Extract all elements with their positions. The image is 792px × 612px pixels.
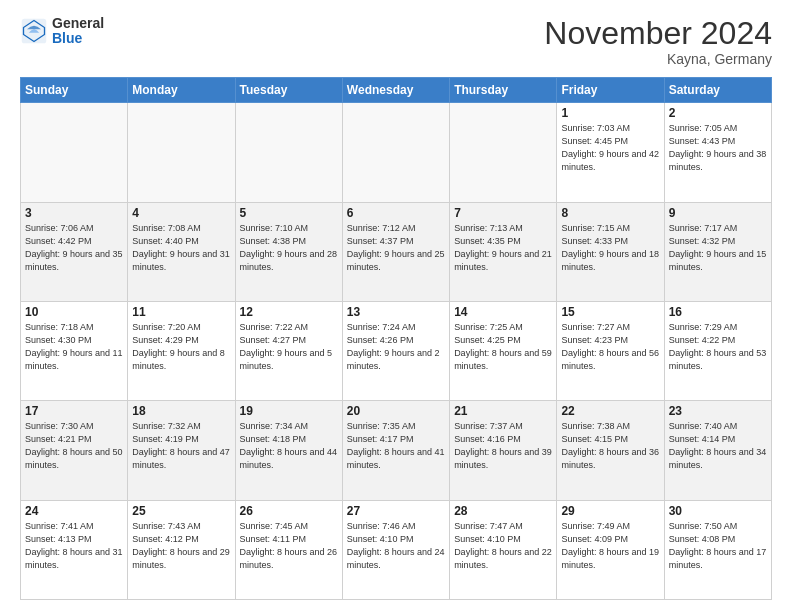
day-num-0-6: 2 <box>669 106 767 120</box>
day-info-3-2: Sunrise: 7:34 AM Sunset: 4:18 PM Dayligh… <box>240 420 338 472</box>
calendar-table: Sunday Monday Tuesday Wednesday Thursday… <box>20 77 772 600</box>
cell-0-3 <box>342 103 449 202</box>
logo-icon <box>20 17 48 45</box>
day-info-2-1: Sunrise: 7:20 AM Sunset: 4:29 PM Dayligh… <box>132 321 230 373</box>
day-info-4-5: Sunrise: 7:49 AM Sunset: 4:09 PM Dayligh… <box>561 520 659 572</box>
cell-2-2: 12Sunrise: 7:22 AM Sunset: 4:27 PM Dayli… <box>235 301 342 400</box>
cell-0-6: 2Sunrise: 7:05 AM Sunset: 4:43 PM Daylig… <box>664 103 771 202</box>
day-num-3-4: 21 <box>454 404 552 418</box>
cell-3-3: 20Sunrise: 7:35 AM Sunset: 4:17 PM Dayli… <box>342 401 449 500</box>
week-row-3: 17Sunrise: 7:30 AM Sunset: 4:21 PM Dayli… <box>21 401 772 500</box>
day-info-0-5: Sunrise: 7:03 AM Sunset: 4:45 PM Dayligh… <box>561 122 659 174</box>
day-info-4-1: Sunrise: 7:43 AM Sunset: 4:12 PM Dayligh… <box>132 520 230 572</box>
header-saturday: Saturday <box>664 78 771 103</box>
cell-2-3: 13Sunrise: 7:24 AM Sunset: 4:26 PM Dayli… <box>342 301 449 400</box>
title-block: November 2024 Kayna, Germany <box>544 16 772 67</box>
cell-3-5: 22Sunrise: 7:38 AM Sunset: 4:15 PM Dayli… <box>557 401 664 500</box>
logo-general-text: General <box>52 16 104 31</box>
day-num-2-5: 15 <box>561 305 659 319</box>
header-tuesday: Tuesday <box>235 78 342 103</box>
header-wednesday: Wednesday <box>342 78 449 103</box>
cell-3-1: 18Sunrise: 7:32 AM Sunset: 4:19 PM Dayli… <box>128 401 235 500</box>
cell-1-3: 6Sunrise: 7:12 AM Sunset: 4:37 PM Daylig… <box>342 202 449 301</box>
day-num-2-1: 11 <box>132 305 230 319</box>
cell-1-5: 8Sunrise: 7:15 AM Sunset: 4:33 PM Daylig… <box>557 202 664 301</box>
day-info-3-6: Sunrise: 7:40 AM Sunset: 4:14 PM Dayligh… <box>669 420 767 472</box>
cell-4-3: 27Sunrise: 7:46 AM Sunset: 4:10 PM Dayli… <box>342 500 449 599</box>
day-num-4-1: 25 <box>132 504 230 518</box>
cell-0-0 <box>21 103 128 202</box>
month-title: November 2024 <box>544 16 772 51</box>
day-info-3-5: Sunrise: 7:38 AM Sunset: 4:15 PM Dayligh… <box>561 420 659 472</box>
day-info-1-3: Sunrise: 7:12 AM Sunset: 4:37 PM Dayligh… <box>347 222 445 274</box>
cell-4-4: 28Sunrise: 7:47 AM Sunset: 4:10 PM Dayli… <box>450 500 557 599</box>
day-info-4-4: Sunrise: 7:47 AM Sunset: 4:10 PM Dayligh… <box>454 520 552 572</box>
logo-text: General Blue <box>52 16 104 47</box>
day-num-3-0: 17 <box>25 404 123 418</box>
cell-1-6: 9Sunrise: 7:17 AM Sunset: 4:32 PM Daylig… <box>664 202 771 301</box>
cell-2-0: 10Sunrise: 7:18 AM Sunset: 4:30 PM Dayli… <box>21 301 128 400</box>
day-info-3-4: Sunrise: 7:37 AM Sunset: 4:16 PM Dayligh… <box>454 420 552 472</box>
day-num-2-0: 10 <box>25 305 123 319</box>
day-info-1-6: Sunrise: 7:17 AM Sunset: 4:32 PM Dayligh… <box>669 222 767 274</box>
cell-1-2: 5Sunrise: 7:10 AM Sunset: 4:38 PM Daylig… <box>235 202 342 301</box>
day-num-1-0: 3 <box>25 206 123 220</box>
day-info-4-6: Sunrise: 7:50 AM Sunset: 4:08 PM Dayligh… <box>669 520 767 572</box>
day-num-3-1: 18 <box>132 404 230 418</box>
day-num-1-2: 5 <box>240 206 338 220</box>
cell-2-4: 14Sunrise: 7:25 AM Sunset: 4:25 PM Dayli… <box>450 301 557 400</box>
day-info-2-0: Sunrise: 7:18 AM Sunset: 4:30 PM Dayligh… <box>25 321 123 373</box>
day-num-1-6: 9 <box>669 206 767 220</box>
cell-1-4: 7Sunrise: 7:13 AM Sunset: 4:35 PM Daylig… <box>450 202 557 301</box>
day-num-2-4: 14 <box>454 305 552 319</box>
cell-0-1 <box>128 103 235 202</box>
cell-3-2: 19Sunrise: 7:34 AM Sunset: 4:18 PM Dayli… <box>235 401 342 500</box>
day-num-4-2: 26 <box>240 504 338 518</box>
cell-0-2 <box>235 103 342 202</box>
logo-blue-text: Blue <box>52 31 104 46</box>
day-num-3-6: 23 <box>669 404 767 418</box>
week-row-1: 3Sunrise: 7:06 AM Sunset: 4:42 PM Daylig… <box>21 202 772 301</box>
day-info-0-6: Sunrise: 7:05 AM Sunset: 4:43 PM Dayligh… <box>669 122 767 174</box>
weekday-row: Sunday Monday Tuesday Wednesday Thursday… <box>21 78 772 103</box>
cell-1-0: 3Sunrise: 7:06 AM Sunset: 4:42 PM Daylig… <box>21 202 128 301</box>
day-info-2-3: Sunrise: 7:24 AM Sunset: 4:26 PM Dayligh… <box>347 321 445 373</box>
page: General Blue November 2024 Kayna, German… <box>0 0 792 612</box>
day-info-4-2: Sunrise: 7:45 AM Sunset: 4:11 PM Dayligh… <box>240 520 338 572</box>
day-num-3-5: 22 <box>561 404 659 418</box>
day-info-4-3: Sunrise: 7:46 AM Sunset: 4:10 PM Dayligh… <box>347 520 445 572</box>
day-num-4-4: 28 <box>454 504 552 518</box>
cell-0-4 <box>450 103 557 202</box>
cell-2-5: 15Sunrise: 7:27 AM Sunset: 4:23 PM Dayli… <box>557 301 664 400</box>
calendar-body: 1Sunrise: 7:03 AM Sunset: 4:45 PM Daylig… <box>21 103 772 600</box>
calendar-header: Sunday Monday Tuesday Wednesday Thursday… <box>21 78 772 103</box>
day-info-1-2: Sunrise: 7:10 AM Sunset: 4:38 PM Dayligh… <box>240 222 338 274</box>
day-info-3-1: Sunrise: 7:32 AM Sunset: 4:19 PM Dayligh… <box>132 420 230 472</box>
cell-4-0: 24Sunrise: 7:41 AM Sunset: 4:13 PM Dayli… <box>21 500 128 599</box>
header-sunday: Sunday <box>21 78 128 103</box>
day-info-2-4: Sunrise: 7:25 AM Sunset: 4:25 PM Dayligh… <box>454 321 552 373</box>
header-friday: Friday <box>557 78 664 103</box>
location: Kayna, Germany <box>544 51 772 67</box>
day-num-4-0: 24 <box>25 504 123 518</box>
day-num-0-5: 1 <box>561 106 659 120</box>
day-info-1-0: Sunrise: 7:06 AM Sunset: 4:42 PM Dayligh… <box>25 222 123 274</box>
header-thursday: Thursday <box>450 78 557 103</box>
day-num-1-3: 6 <box>347 206 445 220</box>
week-row-0: 1Sunrise: 7:03 AM Sunset: 4:45 PM Daylig… <box>21 103 772 202</box>
week-row-2: 10Sunrise: 7:18 AM Sunset: 4:30 PM Dayli… <box>21 301 772 400</box>
calendar: Sunday Monday Tuesday Wednesday Thursday… <box>20 77 772 600</box>
cell-3-4: 21Sunrise: 7:37 AM Sunset: 4:16 PM Dayli… <box>450 401 557 500</box>
day-num-2-3: 13 <box>347 305 445 319</box>
cell-4-2: 26Sunrise: 7:45 AM Sunset: 4:11 PM Dayli… <box>235 500 342 599</box>
logo: General Blue <box>20 16 104 47</box>
day-info-4-0: Sunrise: 7:41 AM Sunset: 4:13 PM Dayligh… <box>25 520 123 572</box>
day-info-1-1: Sunrise: 7:08 AM Sunset: 4:40 PM Dayligh… <box>132 222 230 274</box>
day-num-2-6: 16 <box>669 305 767 319</box>
week-row-4: 24Sunrise: 7:41 AM Sunset: 4:13 PM Dayli… <box>21 500 772 599</box>
day-num-4-6: 30 <box>669 504 767 518</box>
day-num-1-1: 4 <box>132 206 230 220</box>
cell-0-5: 1Sunrise: 7:03 AM Sunset: 4:45 PM Daylig… <box>557 103 664 202</box>
cell-4-6: 30Sunrise: 7:50 AM Sunset: 4:08 PM Dayli… <box>664 500 771 599</box>
cell-3-0: 17Sunrise: 7:30 AM Sunset: 4:21 PM Dayli… <box>21 401 128 500</box>
